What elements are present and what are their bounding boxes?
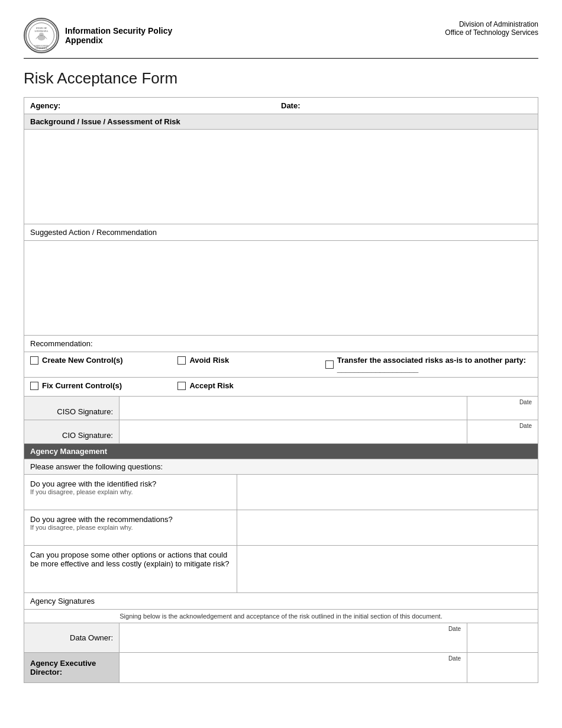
page-title: Risk Acceptance Form	[24, 69, 538, 88]
svg-text:LOUISIANA: LOUISIANA	[35, 30, 49, 33]
agency-date-row: Agency: Date:	[24, 98, 538, 114]
checkbox-row-2: Fix Current Control(s) Accept Risk	[24, 378, 538, 397]
ciso-date-box[interactable]: Date	[467, 397, 538, 420]
cio-date-box[interactable]: Date	[467, 420, 538, 443]
header-left: STATE OF LOUISIANA UNION JUSTICE CONFIDE…	[24, 18, 172, 53]
risk-acceptance-form: Agency: Date: Background / Issue / Asses…	[24, 97, 538, 683]
page-header: STATE OF LOUISIANA UNION JUSTICE CONFIDE…	[24, 18, 538, 59]
question-3: Can you propose some other options or ac…	[24, 546, 237, 592]
agency-exec-label: Agency Executive Director:	[24, 653, 119, 682]
data-owner-date-box[interactable]	[467, 623, 538, 652]
suggested-action-header: Suggested Action / Recommendation	[24, 224, 538, 241]
agency-signatures-header: Agency Signatures	[24, 593, 538, 610]
agency-exec-field[interactable]: Date	[119, 653, 467, 682]
agency-exec-date-label: Date	[448, 655, 461, 662]
answer-1[interactable]	[237, 475, 538, 510]
header-right: Division of Administration Office of Tec…	[445, 18, 538, 37]
fix-current-control-checkbox[interactable]	[30, 382, 38, 390]
policy-title: Information Security Policy	[65, 26, 172, 36]
avoid-risk-checkbox[interactable]	[177, 356, 186, 365]
transfer-risk-checkbox[interactable]	[325, 360, 334, 369]
fix-current-control-option[interactable]: Fix Current Control(s)	[30, 381, 177, 390]
qa-row-2: Do you agree with the recommendations? I…	[24, 510, 538, 546]
svg-point-5	[39, 33, 43, 36]
qa-row-1: Do you agree with the identified risk? I…	[24, 475, 538, 510]
agency-exec-row: Agency Executive Director: Date	[24, 653, 538, 682]
agency-exec-date-box[interactable]	[467, 653, 538, 682]
answer-2[interactable]	[237, 510, 538, 545]
accept-risk-option[interactable]: Accept Risk	[177, 381, 325, 390]
avoid-risk-option[interactable]: Avoid Risk	[177, 356, 325, 365]
office-text: Office of Technology Services	[445, 28, 538, 37]
cio-date-label: Date	[519, 423, 532, 429]
svg-text:CONFIDENCE: CONFIDENCE	[35, 47, 48, 50]
data-owner-label: Data Owner:	[24, 623, 119, 652]
question-1-sub: If you disagree, please explain why.	[30, 488, 231, 495]
suggested-action-text-area[interactable]	[24, 241, 538, 336]
data-owner-field[interactable]: Date	[119, 623, 467, 652]
state-seal-logo: STATE OF LOUISIANA UNION JUSTICE CONFIDE…	[24, 18, 59, 53]
cio-signature-row: CIO Signature: Date	[24, 420, 538, 444]
cio-signature-label: CIO Signature:	[24, 420, 119, 443]
create-new-control-option[interactable]: Create New Control(s)	[30, 356, 177, 365]
transfer-risk-label: Transfer the associated risks as-is to a…	[337, 356, 532, 373]
cio-signature-field[interactable]	[119, 420, 467, 443]
ciso-signature-label: CISO Signature:	[24, 397, 119, 420]
question-2-sub: If you disagree, please explain why.	[30, 524, 231, 531]
data-owner-row: Data Owner: Date	[24, 623, 538, 653]
checkbox-row-1: Create New Control(s) Avoid Risk Transfe…	[24, 352, 538, 378]
question-1-text: Do you agree with the identified risk?	[30, 479, 231, 488]
data-owner-date-label: Date	[448, 626, 461, 632]
svg-text:STATE OF: STATE OF	[36, 27, 47, 30]
policy-subtitle: Appendix	[65, 36, 172, 45]
background-section-header: Background / Issue / Assessment of Risk	[24, 114, 538, 130]
please-answer-row: Please answer the following questions:	[24, 459, 538, 475]
agency-mgmt-header: Agency Management	[24, 444, 538, 459]
ciso-signature-field[interactable]	[119, 397, 467, 420]
ciso-signature-row: CISO Signature: Date	[24, 397, 538, 420]
agency-label: Agency:	[30, 101, 281, 110]
create-new-control-label: Create New Control(s)	[42, 356, 123, 365]
accept-risk-checkbox[interactable]	[177, 382, 186, 390]
date-label: Date:	[281, 101, 532, 110]
question-2-text: Do you agree with the recommendations?	[30, 515, 231, 524]
svg-text:UNION JUSTICE: UNION JUSTICE	[34, 45, 49, 47]
recommendation-label: Recommendation:	[24, 336, 538, 352]
header-title-block: Information Security Policy Appendix	[65, 26, 172, 45]
answer-3[interactable]	[237, 546, 538, 592]
ciso-date-label: Date	[519, 399, 532, 405]
fix-current-control-label: Fix Current Control(s)	[42, 381, 122, 390]
question-3-text: Can you propose some other options or ac…	[30, 550, 231, 568]
question-1: Do you agree with the identified risk? I…	[24, 475, 237, 510]
background-text-area[interactable]	[24, 130, 538, 224]
division-text: Division of Administration	[445, 20, 538, 28]
signing-note: Signing below is the acknowledgement and…	[24, 610, 538, 623]
accept-risk-label: Accept Risk	[189, 381, 233, 390]
create-new-control-checkbox[interactable]	[30, 356, 38, 365]
transfer-risk-option[interactable]: Transfer the associated risks as-is to a…	[325, 356, 532, 373]
avoid-risk-label: Avoid Risk	[189, 356, 229, 365]
question-2: Do you agree with the recommendations? I…	[24, 510, 237, 545]
qa-row-3: Can you propose some other options or ac…	[24, 546, 538, 593]
